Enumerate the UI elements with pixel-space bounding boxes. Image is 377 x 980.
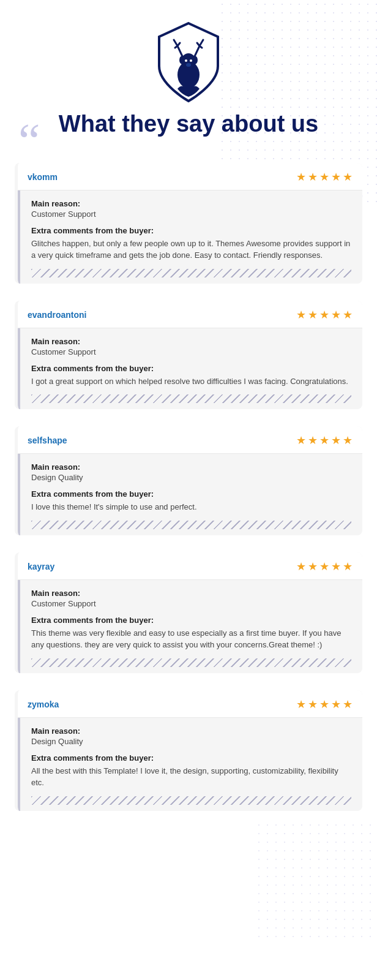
main-reason-label: Main reason:	[31, 589, 351, 598]
review-card-4: kayray ★★★★★ Main reason: Customer Suppo…	[15, 552, 362, 673]
logo-container	[0, 18, 377, 104]
stars-container: ★★★★★	[296, 560, 353, 573]
star-icon: ★	[319, 560, 329, 573]
review-card-2: evandroantoni ★★★★★ Main reason: Custome…	[15, 301, 362, 410]
card-footer-pattern	[31, 796, 351, 805]
star-icon: ★	[319, 308, 329, 322]
review-header: zymoka ★★★★★	[18, 690, 362, 718]
extra-comments-label: Extra comments from the buyer:	[31, 616, 351, 625]
main-reason-value: Customer Support	[31, 209, 351, 219]
star-icon: ★	[308, 434, 318, 447]
star-icon: ★	[296, 560, 306, 573]
review-body: Main reason: Design Quality Extra commen…	[18, 454, 362, 535]
reviews-section: vkomm ★★★★★ Main reason: Customer Suppor…	[0, 151, 377, 853]
stars-container: ★★★★★	[296, 308, 353, 322]
star-icon: ★	[343, 698, 353, 711]
extra-comments-value: I love this theme! It's simple to use an…	[31, 501, 351, 513]
logo-icon	[152, 18, 225, 104]
review-body: Main reason: Customer Support Extra comm…	[18, 190, 362, 284]
star-icon: ★	[331, 560, 341, 573]
card-footer-pattern	[31, 269, 351, 277]
extra-comments-label: Extra comments from the buyer:	[31, 364, 351, 373]
extra-comments-label: Extra comments from the buyer:	[31, 753, 351, 763]
star-icon: ★	[319, 698, 329, 711]
review-card-1: vkomm ★★★★★ Main reason: Customer Suppor…	[15, 163, 362, 284]
star-icon: ★	[331, 434, 341, 447]
extra-comments-label: Extra comments from the buyer:	[31, 226, 351, 235]
card-footer-pattern	[31, 521, 351, 529]
star-icon: ★	[343, 434, 353, 447]
main-reason-label: Main reason:	[31, 726, 351, 736]
extra-comments-value: All the best with this Template! I love …	[31, 765, 351, 789]
star-icon: ★	[308, 308, 318, 322]
main-reason-label: Main reason:	[31, 337, 351, 346]
star-icon: ★	[308, 560, 318, 573]
stars-container: ★★★★★	[296, 170, 353, 184]
stars-container: ★★★★★	[296, 698, 353, 711]
star-icon: ★	[319, 170, 329, 184]
star-icon: ★	[343, 308, 353, 322]
review-body: Main reason: Customer Support Extra comm…	[18, 580, 362, 673]
star-icon: ★	[296, 698, 306, 711]
svg-point-6	[186, 63, 191, 67]
extra-comments-label: Extra comments from the buyer:	[31, 489, 351, 499]
star-icon: ★	[331, 308, 341, 322]
svg-point-4	[185, 59, 187, 62]
extra-comments-value: I got a great support on which helped re…	[31, 375, 351, 388]
page-title: What they say about us	[0, 110, 377, 138]
star-icon: ★	[308, 170, 318, 184]
stars-container: ★★★★★	[296, 434, 353, 447]
review-header: vkomm ★★★★★	[18, 163, 362, 190]
header-section: “ ” TESTIMONIAL What they say about us	[0, 0, 377, 151]
card-footer-pattern	[31, 394, 351, 403]
reviewer-name: vkomm	[28, 172, 58, 182]
star-icon: ★	[343, 560, 353, 573]
main-reason-value: Design Quality	[31, 473, 351, 482]
reviewer-name: selfshape	[28, 435, 67, 445]
reviewer-name: kayray	[28, 562, 54, 571]
review-card-3: selfshape ★★★★★ Main reason: Design Qual…	[15, 426, 362, 535]
review-body: Main reason: Design Quality Extra commen…	[18, 718, 362, 811]
star-icon: ★	[296, 308, 306, 322]
review-card-5: zymoka ★★★★★ Main reason: Design Quality…	[15, 690, 362, 811]
reviewer-name: zymoka	[28, 699, 59, 709]
star-icon: ★	[319, 434, 329, 447]
review-header: evandroantoni ★★★★★	[18, 301, 362, 328]
review-header: kayray ★★★★★	[18, 552, 362, 580]
main-reason-value: Customer Support	[31, 599, 351, 608]
main-reason-value: Customer Support	[31, 347, 351, 356]
star-icon: ★	[331, 698, 341, 711]
star-icon: ★	[331, 170, 341, 184]
main-reason-value: Design Quality	[31, 737, 351, 746]
star-icon: ★	[296, 170, 306, 184]
review-body: Main reason: Customer Support Extra comm…	[18, 328, 362, 410]
star-icon: ★	[308, 698, 318, 711]
star-icon: ★	[296, 434, 306, 447]
svg-point-5	[190, 59, 192, 62]
extra-comments-value: This theme was very flexible and easy to…	[31, 627, 351, 651]
main-reason-label: Main reason:	[31, 462, 351, 472]
review-header: selfshape ★★★★★	[18, 426, 362, 454]
extra-comments-value: Glitches happen, but only a few people o…	[31, 238, 351, 262]
reviewer-name: evandroantoni	[28, 310, 86, 320]
star-icon: ★	[343, 170, 353, 184]
card-footer-pattern	[31, 658, 351, 667]
main-reason-label: Main reason:	[31, 199, 351, 208]
